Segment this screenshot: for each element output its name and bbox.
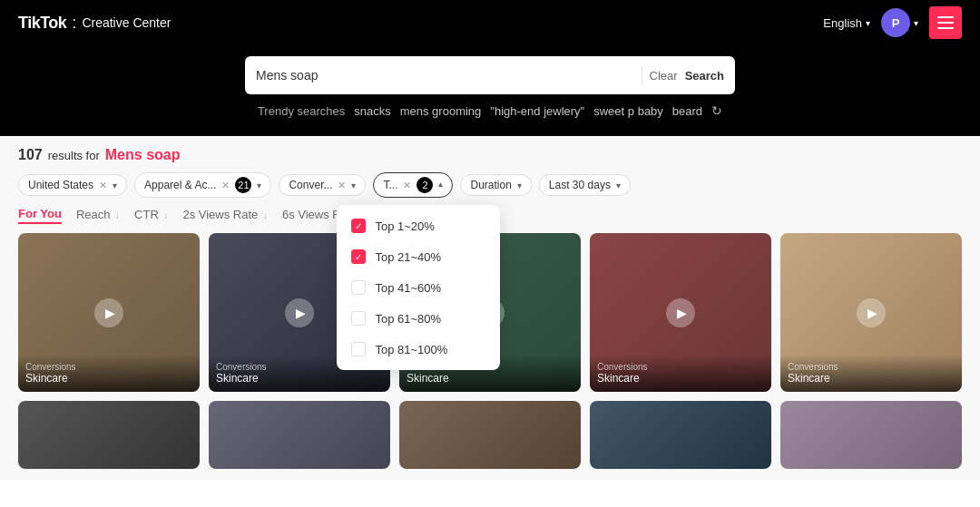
checkbox-top-61-80[interactable] xyxy=(351,311,366,326)
checkbox-top-81-100[interactable] xyxy=(351,342,366,356)
tab-ctr[interactable]: CTR ↓ xyxy=(134,208,168,223)
filter-duration-label: Duration xyxy=(470,179,511,191)
avatar-wrapper[interactable]: P ▾ xyxy=(881,8,918,37)
video-category-4: Skincare xyxy=(597,372,764,385)
filter-top-count: 2 xyxy=(416,177,433,193)
avatar[interactable]: P xyxy=(881,8,910,37)
search-input[interactable] xyxy=(256,68,634,83)
checkbox-top-21-40[interactable]: ✓ xyxy=(351,249,366,264)
video-card-5[interactable]: ▶ Conversions Skincare xyxy=(780,233,962,392)
reach-sort-icon: ↓ xyxy=(115,210,120,220)
filter-category-count: 21 xyxy=(235,177,251,193)
trending-item-jewelry[interactable]: "high-end jewlery" xyxy=(490,104,584,118)
video-category-5: Skincare xyxy=(788,372,955,385)
tab-reach[interactable]: Reach ↓ xyxy=(76,208,120,223)
tab-2s-views[interactable]: 2s Views Rate ↓ xyxy=(182,208,267,223)
language-label: English xyxy=(823,16,862,30)
video-card-4[interactable]: ▶ Conversions Skincare xyxy=(590,233,771,392)
clear-button[interactable]: Clear xyxy=(650,69,678,83)
filter-top-remove-icon[interactable]: ✕ xyxy=(403,180,411,191)
video-card-1[interactable]: ▶ Conversions Skincare xyxy=(18,233,200,392)
checkbox-top-1-20[interactable]: ✓ xyxy=(351,219,366,233)
play-button-2[interactable]: ▶ xyxy=(285,298,314,327)
video-label-4: Conversions xyxy=(597,362,764,372)
trending-label: Trendy searches xyxy=(258,104,345,118)
hamburger-menu-button[interactable] xyxy=(929,6,962,39)
video-overlay-4: Conversions Skincare xyxy=(590,355,771,392)
filter-top-chevron-icon: ▾ xyxy=(438,180,443,190)
video-label-1: Conversions xyxy=(25,362,192,372)
play-button-4[interactable]: ▶ xyxy=(666,298,695,327)
2s-sort-icon: ↓ xyxy=(263,210,268,220)
trending-item-grooming[interactable]: mens grooming xyxy=(400,104,482,118)
video-overlay-5: Conversions Skincare xyxy=(780,355,962,392)
dropdown-label-top-81-100: Top 81~100% xyxy=(375,343,447,356)
video-category-1: Skincare xyxy=(25,372,192,385)
refresh-button[interactable]: ↻ xyxy=(711,103,722,118)
video-card-9[interactable] xyxy=(590,401,771,469)
results-for-text: results for xyxy=(48,149,100,162)
trending-row: Trendy searches snacks mens grooming "hi… xyxy=(258,103,722,118)
filter-location-remove-icon[interactable]: ✕ xyxy=(99,180,107,191)
dropdown-label-top-41-60: Top 41~60% xyxy=(375,281,441,295)
filter-location[interactable]: United States ✕ ▾ xyxy=(18,174,127,196)
trending-item-baby[interactable]: sweet p baby xyxy=(593,104,663,118)
language-button[interactable]: English ▾ xyxy=(823,16,870,30)
video-card-6[interactable] xyxy=(18,401,200,469)
dropdown-item-top-1-20[interactable]: ✓ Top 1~20% xyxy=(337,210,500,241)
play-icon-2: ▶ xyxy=(296,306,306,320)
dropdown-item-top-21-40[interactable]: ✓ Top 21~40% xyxy=(337,241,500,272)
filter-top-dropdown-container: T... ✕ 2 ▾ ✓ Top 1~20% ✓ Top 21~40% xyxy=(373,172,453,198)
tab-for-you[interactable]: For You xyxy=(18,207,62,224)
filter-top-label: T... xyxy=(383,179,397,191)
dropdown-label-top-61-80: Top 61~80% xyxy=(375,312,441,326)
creative-center-label: Creative Center xyxy=(82,15,171,30)
play-button-1[interactable]: ▶ xyxy=(94,298,123,327)
filter-conversion-remove-icon[interactable]: ✕ xyxy=(338,180,346,191)
filter-date-label: Last 30 days xyxy=(549,179,611,191)
play-icon-5: ▶ xyxy=(867,306,877,320)
filter-location-label: United States xyxy=(28,179,93,191)
checkmark-icon-2: ✓ xyxy=(355,252,362,262)
filter-top[interactable]: T... ✕ 2 ▾ xyxy=(373,172,453,198)
results-count: 107 xyxy=(18,147,43,163)
checkbox-top-41-60[interactable] xyxy=(351,280,366,295)
results-header: 107 results for Mens soap xyxy=(18,147,962,163)
dropdown-item-top-81-100[interactable]: Top 81~100% xyxy=(337,334,500,365)
language-chevron-icon: ▾ xyxy=(866,18,870,28)
top-dropdown-menu: ✓ Top 1~20% ✓ Top 21~40% Top 41~60% Top xyxy=(337,205,500,370)
dropdown-item-top-61-80[interactable]: Top 61~80% xyxy=(337,303,500,334)
play-icon-4: ▶ xyxy=(677,306,687,320)
filter-category[interactable]: Apparel & Ac... ✕ 21 ▾ xyxy=(134,172,271,198)
filter-date[interactable]: Last 30 days ▾ xyxy=(539,174,631,196)
header-right: English ▾ P ▾ xyxy=(823,6,962,39)
filter-category-remove-icon[interactable]: ✕ xyxy=(221,180,230,191)
trending-item-beard[interactable]: beard xyxy=(672,104,702,118)
search-button[interactable]: Search xyxy=(685,69,724,83)
video-label-5: Conversions xyxy=(788,362,955,372)
video-overlay-1: Conversions Skincare xyxy=(18,355,200,392)
video-grid-row2 xyxy=(18,401,962,469)
logo-separator: : xyxy=(72,14,76,33)
menu-line-3 xyxy=(937,27,954,29)
filter-category-label: Apparel & Ac... xyxy=(144,179,216,191)
video-card-10[interactable] xyxy=(780,401,962,469)
play-icon-1: ▶ xyxy=(105,306,115,320)
filter-date-chevron-icon: ▾ xyxy=(616,180,621,190)
trending-item-snacks[interactable]: snacks xyxy=(354,104,390,118)
search-bar: Clear Search xyxy=(245,56,735,94)
filters-row: United States ✕ ▾ Apparel & Ac... ✕ 21 ▾… xyxy=(18,172,962,198)
play-button-5[interactable]: ▶ xyxy=(857,298,886,327)
menu-line-1 xyxy=(937,16,954,18)
dropdown-item-top-41-60[interactable]: Top 41~60% xyxy=(337,272,500,303)
video-card-8[interactable] xyxy=(399,401,581,469)
filter-conversion[interactable]: Conver... ✕ ▾ xyxy=(279,174,366,196)
checkmark-icon: ✓ xyxy=(355,221,362,231)
filter-duration[interactable]: Duration ▾ xyxy=(460,174,531,196)
filter-location-chevron-icon: ▾ xyxy=(113,180,117,190)
tiktok-logo: TikTok xyxy=(18,14,66,33)
video-card-7[interactable] xyxy=(209,401,390,469)
menu-line-2 xyxy=(937,22,954,24)
dropdown-label-top-1-20: Top 1~20% xyxy=(375,219,434,233)
results-section: 107 results for Mens soap United States … xyxy=(0,136,980,480)
